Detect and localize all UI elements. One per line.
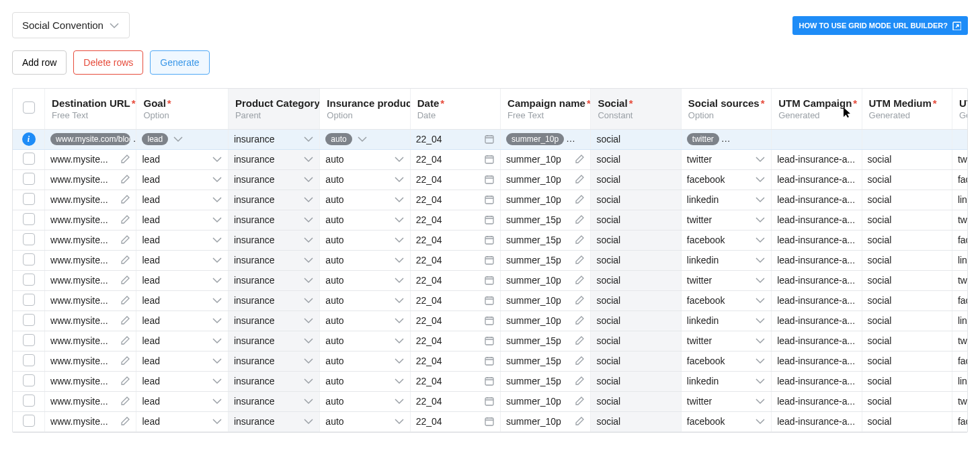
chevron-down-icon[interactable] <box>212 174 222 185</box>
cell-source[interactable]: linkedin <box>681 250 771 270</box>
pencil-icon[interactable] <box>574 315 585 326</box>
chevron-down-icon[interactable] <box>303 315 314 326</box>
calendar-icon[interactable] <box>484 275 495 286</box>
cell-campaign[interactable]: summer_10p <box>501 411 591 431</box>
pencil-icon[interactable] <box>120 315 130 326</box>
seed-goal[interactable]: lead <box>136 129 228 149</box>
col-header-2[interactable]: Product Category* Parent <box>228 89 319 129</box>
cell-source[interactable]: facebook <box>681 411 771 431</box>
chevron-down-icon[interactable] <box>394 335 405 346</box>
row-checkbox[interactable] <box>23 173 35 185</box>
cell-date[interactable]: 22_04 <box>410 270 500 290</box>
cell-insurance[interactable]: auto <box>320 311 410 331</box>
pencil-icon[interactable] <box>120 194 130 205</box>
cell-source[interactable]: twitter <box>681 270 771 290</box>
cell-date[interactable]: 22_04 <box>410 351 500 371</box>
cell-date[interactable]: 22_04 <box>410 169 500 190</box>
cell-product[interactable]: insurance <box>228 311 319 331</box>
cell-goal[interactable]: lead <box>136 331 228 351</box>
col-header-5[interactable]: Campaign name* Free Text <box>501 89 591 129</box>
chevron-down-icon[interactable] <box>394 295 405 306</box>
cell-source[interactable]: twitter <box>681 149 771 169</box>
chevron-down-icon[interactable] <box>303 396 314 407</box>
pencil-icon[interactable] <box>574 174 585 185</box>
cell-dest[interactable]: www.mysite... <box>45 210 136 230</box>
pencil-icon[interactable] <box>574 255 585 265</box>
chevron-down-icon[interactable] <box>212 154 222 165</box>
pencil-icon[interactable] <box>120 255 130 265</box>
cell-date[interactable]: 22_04 <box>410 371 500 391</box>
calendar-icon[interactable] <box>484 376 495 386</box>
chevron-down-icon[interactable] <box>394 315 405 326</box>
cell-insurance[interactable]: auto <box>320 331 410 351</box>
cell-goal[interactable]: lead <box>136 230 228 250</box>
convention-selector[interactable]: Social Convention <box>12 12 130 38</box>
seed-sources[interactable]: twitterfacebooklinke <box>681 129 771 149</box>
cell-date[interactable]: 22_04 <box>410 290 500 311</box>
chevron-down-icon[interactable] <box>303 194 314 205</box>
cell-date[interactable]: 22_04 <box>410 149 500 169</box>
chevron-down-icon[interactable] <box>303 235 314 245</box>
cell-date[interactable]: 22_04 <box>410 411 500 431</box>
row-checkbox[interactable] <box>23 253 35 265</box>
row-checkbox[interactable] <box>23 354 35 366</box>
cell-product[interactable]: insurance <box>228 230 319 250</box>
chevron-down-icon[interactable] <box>303 255 314 265</box>
chevron-down-icon[interactable] <box>755 154 766 165</box>
cell-product[interactable]: insurance <box>228 371 319 391</box>
cell-date[interactable]: 22_04 <box>410 230 500 250</box>
chevron-down-icon[interactable] <box>755 295 766 306</box>
cell-insurance[interactable]: auto <box>320 190 410 210</box>
cell-campaign[interactable]: summer_10p <box>501 169 591 190</box>
row-checkbox[interactable] <box>23 314 35 326</box>
calendar-icon[interactable] <box>484 174 495 185</box>
cell-dest[interactable]: www.mysite... <box>45 230 136 250</box>
cell-campaign[interactable]: summer_10p <box>501 270 591 290</box>
cell-source[interactable]: facebook <box>681 169 771 190</box>
chevron-down-icon[interactable] <box>755 376 766 386</box>
chevron-down-icon[interactable] <box>394 356 405 366</box>
chevron-down-icon[interactable] <box>394 174 405 185</box>
pencil-icon[interactable] <box>120 335 130 346</box>
cell-date[interactable]: 22_04 <box>410 391 500 411</box>
cell-insurance[interactable]: auto <box>320 371 410 391</box>
cell-campaign[interactable]: summer_10p <box>501 190 591 210</box>
cell-product[interactable]: insurance <box>228 391 319 411</box>
calendar-icon[interactable] <box>484 154 495 165</box>
chevron-down-icon[interactable] <box>303 295 314 306</box>
chevron-down-icon[interactable] <box>394 255 405 265</box>
calendar-icon[interactable] <box>484 356 495 366</box>
cell-product[interactable]: insurance <box>228 250 319 270</box>
pencil-icon[interactable] <box>120 416 130 427</box>
cell-dest[interactable]: www.mysite... <box>45 331 136 351</box>
col-header-3[interactable]: Insurance products Option <box>320 89 410 129</box>
delete-rows-button[interactable]: Delete rows <box>73 50 143 75</box>
col-header-0[interactable]: Destination URL* Free Text <box>45 89 136 129</box>
seed-product[interactable]: insurance <box>228 129 319 149</box>
cell-source[interactable]: twitter <box>681 331 771 351</box>
cell-dest[interactable]: www.mysite... <box>45 311 136 331</box>
pencil-icon[interactable] <box>120 275 130 286</box>
cell-product[interactable]: insurance <box>228 190 319 210</box>
chevron-down-icon[interactable] <box>303 214 314 225</box>
cell-goal[interactable]: lead <box>136 190 228 210</box>
chevron-down-icon[interactable] <box>755 335 766 346</box>
chevron-down-icon[interactable] <box>212 235 222 245</box>
chevron-down-icon[interactable] <box>755 396 766 407</box>
cell-goal[interactable]: lead <box>136 149 228 169</box>
cell-dest[interactable]: www.mysite... <box>45 270 136 290</box>
pencil-icon[interactable] <box>574 396 585 407</box>
cell-date[interactable]: 22_04 <box>410 250 500 270</box>
cell-insurance[interactable]: auto <box>320 149 410 169</box>
cell-goal[interactable]: lead <box>136 270 228 290</box>
row-checkbox[interactable] <box>23 334 35 346</box>
cell-goal[interactable]: lead <box>136 250 228 270</box>
cell-dest[interactable]: www.mysite... <box>45 149 136 169</box>
cell-campaign[interactable]: summer_15p <box>501 230 591 250</box>
pencil-icon[interactable] <box>120 295 130 306</box>
chevron-down-icon[interactable] <box>394 376 405 386</box>
row-checkbox[interactable] <box>23 274 35 286</box>
pencil-icon[interactable] <box>574 154 585 165</box>
chevron-down-icon[interactable] <box>212 255 222 265</box>
cell-source[interactable]: twitter <box>681 210 771 230</box>
